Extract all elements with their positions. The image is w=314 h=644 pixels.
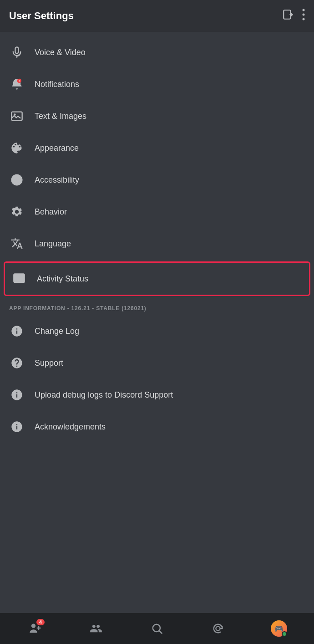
svg-point-1 bbox=[303, 9, 305, 11]
svg-rect-0 bbox=[284, 10, 290, 19]
change-log-label: Change Log bbox=[35, 327, 79, 336]
svg-rect-10 bbox=[14, 274, 24, 283]
ack-info-icon bbox=[9, 419, 25, 434]
sidebar-item-debug-logs[interactable]: Upload debug logs to Discord Support bbox=[0, 379, 314, 411]
sidebar-item-activity-status[interactable]: Activity Status bbox=[4, 261, 310, 296]
people-icon bbox=[90, 622, 102, 635]
accessibility-icon bbox=[9, 172, 25, 188]
voice-video-label: Voice & Video bbox=[35, 48, 86, 57]
translate-icon bbox=[9, 236, 25, 251]
behavior-label: Behavior bbox=[35, 207, 67, 217]
sidebar-item-acknowledgements[interactable]: Acknowledgements bbox=[0, 411, 314, 443]
nav-friends[interactable]: 4 bbox=[24, 617, 46, 640]
sidebar-item-language[interactable]: Language bbox=[0, 228, 314, 260]
language-label: Language bbox=[35, 239, 71, 249]
debug-info-icon bbox=[9, 387, 25, 403]
svg-line-14 bbox=[159, 631, 162, 633]
friends-badge: 4 bbox=[36, 619, 45, 625]
mention-icon bbox=[212, 622, 224, 635]
bell-icon: ! bbox=[9, 77, 25, 92]
more-options-icon[interactable] bbox=[302, 9, 305, 23]
settings-list: Voice & Video ! Notifications Text & Ima… bbox=[0, 32, 314, 613]
avatar-status-indicator bbox=[282, 631, 287, 637]
app-info-section-header: APP INFORMATION - 126.21 - STABLE (12602… bbox=[0, 298, 314, 315]
nav-search[interactable] bbox=[146, 617, 168, 640]
text-images-label: Text & Images bbox=[35, 112, 86, 121]
svg-point-3 bbox=[303, 18, 305, 20]
logout-icon[interactable] bbox=[282, 9, 294, 23]
palette-icon bbox=[9, 140, 25, 156]
info-circle-icon bbox=[9, 323, 25, 339]
svg-point-15 bbox=[216, 626, 220, 630]
nav-people[interactable] bbox=[85, 617, 107, 640]
sidebar-item-voice-video[interactable]: Voice & Video bbox=[0, 36, 314, 68]
activity-icon bbox=[11, 271, 27, 286]
svg-point-11 bbox=[16, 277, 18, 280]
support-label: Support bbox=[35, 358, 63, 368]
sidebar-item-appearance[interactable]: Appearance bbox=[0, 132, 314, 164]
mic-icon bbox=[9, 45, 25, 60]
search-icon bbox=[151, 622, 163, 635]
svg-point-2 bbox=[303, 14, 305, 16]
sidebar-item-text-images[interactable]: Text & Images bbox=[0, 100, 314, 132]
avatar: 🎮 bbox=[271, 620, 287, 637]
bottom-navigation: 4 🎮 bbox=[0, 613, 314, 644]
svg-point-12 bbox=[31, 624, 35, 628]
activity-status-label: Activity Status bbox=[37, 274, 88, 284]
debug-logs-label: Upload debug logs to Discord Support bbox=[35, 390, 173, 400]
gear-icon bbox=[9, 204, 25, 220]
header: User Settings bbox=[0, 0, 314, 32]
nav-mentions[interactable] bbox=[207, 617, 229, 640]
nav-profile[interactable]: 🎮 bbox=[268, 617, 290, 640]
question-circle-icon bbox=[9, 355, 25, 371]
accessibility-label: Accessibility bbox=[35, 175, 79, 185]
acknowledgements-label: Acknowledgements bbox=[35, 422, 106, 432]
appearance-label: Appearance bbox=[35, 143, 79, 153]
sidebar-item-change-log[interactable]: Change Log bbox=[0, 315, 314, 347]
svg-text:!: ! bbox=[19, 80, 20, 82]
header-actions bbox=[282, 9, 305, 23]
sidebar-item-support[interactable]: Support bbox=[0, 347, 314, 379]
svg-point-7 bbox=[14, 113, 16, 116]
svg-point-9 bbox=[16, 176, 18, 179]
sidebar-item-behavior[interactable]: Behavior bbox=[0, 196, 314, 228]
notifications-label: Notifications bbox=[35, 80, 79, 89]
sidebar-item-accessibility[interactable]: Accessibility bbox=[0, 164, 314, 196]
sidebar-item-notifications[interactable]: ! Notifications bbox=[0, 68, 314, 100]
page-title: User Settings bbox=[9, 10, 74, 22]
image-icon bbox=[9, 108, 25, 124]
